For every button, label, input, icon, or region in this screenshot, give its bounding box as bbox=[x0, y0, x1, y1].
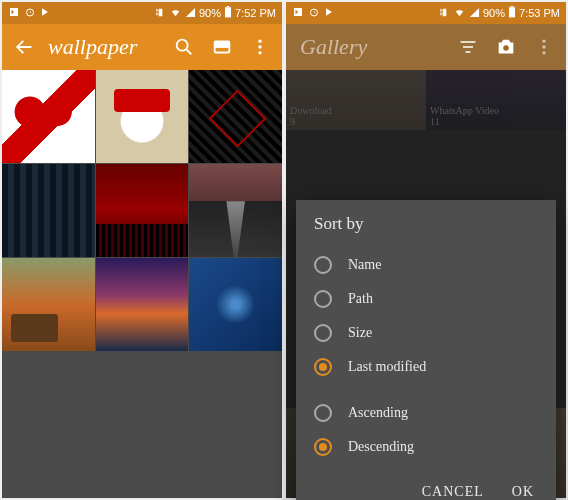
clock-text: 7:52 PM bbox=[235, 7, 276, 19]
radio-icon bbox=[314, 404, 332, 422]
phone-screen-wallpaper: 90% 7:52 PM wallpaper bbox=[2, 2, 282, 498]
status-bar: 90% 7:53 PM bbox=[286, 2, 566, 24]
radio-label: Ascending bbox=[348, 405, 408, 421]
radio-label: Last modified bbox=[348, 359, 426, 375]
wallpaper-thumb[interactable] bbox=[96, 258, 189, 351]
battery-text: 90% bbox=[483, 7, 505, 19]
radio-label: Size bbox=[348, 325, 372, 341]
camera-icon[interactable] bbox=[494, 35, 518, 59]
back-icon[interactable] bbox=[12, 35, 36, 59]
alarm-icon bbox=[24, 6, 36, 20]
nfc-icon bbox=[292, 6, 304, 20]
nfc-icon bbox=[8, 6, 20, 20]
svg-point-14 bbox=[542, 45, 545, 48]
sort-option-path[interactable]: Path bbox=[314, 282, 538, 316]
svg-point-3 bbox=[177, 40, 188, 51]
svg-rect-2 bbox=[227, 6, 229, 7]
svg-point-8 bbox=[258, 51, 261, 54]
svg-rect-11 bbox=[511, 6, 513, 7]
wallpaper-thumb[interactable] bbox=[96, 164, 189, 257]
dialog-title: Sort by bbox=[314, 214, 538, 234]
wallpaper-thumb[interactable] bbox=[2, 164, 95, 257]
wifi-icon bbox=[453, 7, 466, 20]
radio-icon bbox=[314, 324, 332, 342]
battery-icon bbox=[508, 6, 516, 20]
search-icon[interactable] bbox=[172, 35, 196, 59]
battery-text: 90% bbox=[199, 7, 221, 19]
overflow-menu-icon[interactable] bbox=[248, 35, 272, 59]
vibrate-icon bbox=[439, 7, 450, 20]
sort-option-size[interactable]: Size bbox=[314, 316, 538, 350]
svg-point-12 bbox=[503, 45, 509, 51]
play-icon bbox=[40, 7, 50, 19]
svg-rect-1 bbox=[225, 7, 231, 17]
view-toggle-icon[interactable] bbox=[210, 35, 234, 59]
page-title: Gallery bbox=[300, 34, 442, 60]
alarm-icon bbox=[308, 6, 320, 20]
wallpaper-thumb[interactable] bbox=[189, 70, 282, 163]
wallpaper-thumb[interactable] bbox=[2, 258, 95, 351]
sort-option-name[interactable]: Name bbox=[314, 248, 538, 282]
svg-point-7 bbox=[258, 45, 261, 48]
sort-icon[interactable] bbox=[456, 35, 480, 59]
ok-button[interactable]: OK bbox=[512, 484, 534, 500]
page-title: wallpaper bbox=[48, 34, 158, 60]
sort-order-descending[interactable]: Descending bbox=[314, 430, 538, 464]
svg-rect-10 bbox=[509, 7, 515, 17]
signal-icon bbox=[185, 7, 196, 20]
svg-rect-5 bbox=[216, 48, 229, 52]
play-icon bbox=[324, 7, 334, 19]
overflow-menu-icon[interactable] bbox=[532, 35, 556, 59]
wallpaper-thumb[interactable] bbox=[189, 258, 282, 351]
clock-text: 7:53 PM bbox=[519, 7, 560, 19]
signal-icon bbox=[469, 7, 480, 20]
sort-option-last-modified[interactable]: Last modified bbox=[314, 350, 538, 384]
app-bar: wallpaper bbox=[2, 24, 282, 70]
sort-dialog: Sort by Name Path Size Last modified bbox=[296, 200, 556, 500]
app-bar: Gallery bbox=[286, 24, 566, 70]
vibrate-icon bbox=[155, 7, 166, 20]
svg-point-13 bbox=[542, 40, 545, 43]
radio-label: Name bbox=[348, 257, 381, 273]
wallpaper-thumb[interactable] bbox=[189, 164, 282, 257]
wallpaper-thumb[interactable] bbox=[2, 70, 95, 163]
battery-icon bbox=[224, 6, 232, 20]
wallpaper-thumb[interactable] bbox=[96, 70, 189, 163]
svg-point-6 bbox=[258, 40, 261, 43]
sort-order-ascending[interactable]: Ascending bbox=[314, 396, 538, 430]
radio-icon bbox=[314, 290, 332, 308]
cancel-button[interactable]: CANCEL bbox=[422, 484, 484, 500]
radio-icon bbox=[314, 256, 332, 274]
gallery-body: Download 9 WhatsApp Video 11 Sor bbox=[286, 70, 566, 498]
radio-label: Path bbox=[348, 291, 373, 307]
radio-icon bbox=[314, 358, 332, 376]
wifi-icon bbox=[169, 7, 182, 20]
radio-icon bbox=[314, 438, 332, 456]
wallpaper-grid bbox=[2, 70, 282, 498]
radio-label: Descending bbox=[348, 439, 414, 455]
svg-point-15 bbox=[542, 51, 545, 54]
status-bar: 90% 7:52 PM bbox=[2, 2, 282, 24]
phone-screen-gallery: 90% 7:53 PM Gallery Download 9 bbox=[286, 2, 566, 498]
